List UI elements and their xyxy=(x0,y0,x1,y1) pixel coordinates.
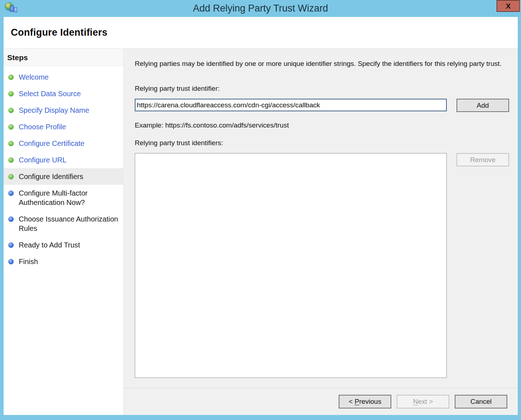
step-completed-bullet-icon xyxy=(8,108,14,113)
steps-panel: Steps Welcome Select Data Source Specify… xyxy=(4,49,124,415)
example-text: Example: https://fs.contoso.com/adfs/ser… xyxy=(135,121,518,129)
step-completed-bullet-icon xyxy=(8,174,14,179)
step-completed-bullet-icon xyxy=(8,124,14,130)
footer-button-bar: < Previous Next > Cancel xyxy=(124,388,518,415)
wizard-frame: Configure Identifiers Steps Welcome Sele… xyxy=(4,17,518,415)
step-configure-url[interactable]: Configure URL xyxy=(4,152,123,168)
step-choose-issuance-rules: Choose Issuance Authorization Rules xyxy=(4,211,123,237)
step-upcoming-bullet-icon xyxy=(8,242,14,248)
step-configure-certificate[interactable]: Configure Certificate xyxy=(4,135,123,152)
step-configure-multifactor: Configure Multi-factor Authentication No… xyxy=(4,185,123,211)
step-upcoming-bullet-icon xyxy=(8,216,14,222)
steps-list: Welcome Select Data Source Specify Displ… xyxy=(4,66,123,270)
identifiers-listbox[interactable] xyxy=(135,153,447,378)
previous-button[interactable]: < Previous xyxy=(339,395,391,408)
page-description: Relying parties may be identified by one… xyxy=(135,59,502,68)
step-upcoming-bullet-icon xyxy=(8,259,14,264)
add-button[interactable]: Add xyxy=(457,99,509,112)
step-finish: Finish xyxy=(4,253,123,270)
identifier-label: Relying party trust identifier: xyxy=(135,85,518,93)
step-upcoming-bullet-icon xyxy=(8,191,14,196)
step-choose-profile[interactable]: Choose Profile xyxy=(4,119,123,135)
identifiers-list-label: Relying party trust identifiers: xyxy=(135,139,518,147)
window-title: Add Relying Party Trust Wizard xyxy=(0,3,521,14)
step-welcome[interactable]: Welcome xyxy=(4,69,123,85)
identifiers-listbox-row: Remove xyxy=(135,153,518,378)
step-completed-bullet-icon xyxy=(8,75,14,80)
step-completed-bullet-icon xyxy=(8,91,14,97)
page-heading: Configure Identifiers xyxy=(11,27,107,38)
wizard-body: Steps Welcome Select Data Source Specify… xyxy=(4,49,518,415)
next-button[interactable]: Next > xyxy=(397,395,449,408)
content-panel: Relying parties may be identified by one… xyxy=(124,49,518,388)
step-completed-bullet-icon xyxy=(8,141,14,146)
step-ready-to-add-trust: Ready to Add Trust xyxy=(4,237,123,253)
wizard-window: Add Relying Party Trust Wizard X Configu… xyxy=(0,0,521,420)
close-button[interactable]: X xyxy=(496,0,520,12)
remove-button[interactable]: Remove xyxy=(457,153,509,166)
step-configure-identifiers[interactable]: Configure Identifiers xyxy=(4,168,123,185)
cancel-button[interactable]: Cancel xyxy=(455,395,507,408)
steps-header: Steps xyxy=(4,49,123,66)
identifier-input[interactable] xyxy=(135,99,447,111)
step-specify-display-name[interactable]: Specify Display Name xyxy=(4,102,123,119)
step-select-data-source[interactable]: Select Data Source xyxy=(4,85,123,102)
step-completed-bullet-icon xyxy=(8,157,14,163)
titlebar: Add Relying Party Trust Wizard X xyxy=(0,0,521,17)
page-header: Configure Identifiers xyxy=(4,17,518,49)
main-column: Relying parties may be identified by one… xyxy=(124,49,518,415)
adfs-globe-buildings-icon xyxy=(4,2,18,17)
identifier-input-row: Add xyxy=(135,99,518,112)
